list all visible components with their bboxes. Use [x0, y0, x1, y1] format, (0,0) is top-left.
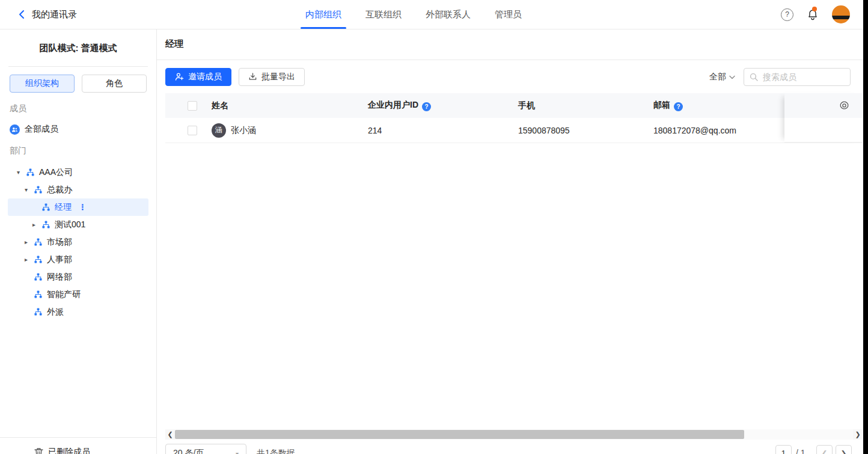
toolbar: 邀请成员 批量导出 全部 [157, 60, 868, 93]
email-help-icon[interactable]: ? [674, 102, 683, 111]
department-section-label: 部门 [10, 146, 156, 156]
sidebar: 团队模式: 普通模式 组织架构角色 成员 全部成员 部门 ▾AAA公司▾总裁办经… [0, 29, 157, 454]
row-name-cell: 涵 张小涵 [212, 123, 368, 138]
next-page-button[interactable]: ❯ [836, 445, 852, 454]
tree-item-4[interactable]: ▸市场部 [8, 233, 148, 251]
user-avatar[interactable] [832, 5, 850, 23]
scrollbar-thumb[interactable] [175, 430, 744, 439]
header-checkbox-cell [165, 101, 212, 111]
horizontal-scrollbar: ❮ ❯ [165, 429, 863, 440]
topbar-tab-3[interactable]: 管理员 [483, 0, 534, 29]
all-members-label: 全部成员 [25, 124, 58, 135]
scroll-right-arrow[interactable]: ❯ [853, 429, 863, 440]
topbar-tab-1[interactable]: 互联组织 [353, 0, 414, 29]
tree-item-6[interactable]: 网络部 [8, 268, 148, 286]
members-section-label: 成员 [10, 103, 156, 114]
total-count-label: 共1条数据 [257, 448, 295, 454]
member-avatar: 涵 [212, 123, 226, 138]
filter-dropdown[interactable]: 全部 [709, 68, 735, 86]
table-fixed-action-column [784, 93, 863, 143]
batch-export-label: 批量导出 [261, 72, 295, 82]
scroll-left-arrow[interactable]: ❮ [165, 429, 175, 440]
department-title: 经理 [165, 38, 183, 50]
tab-label: 内部组织 [305, 9, 341, 20]
tree-item-5[interactable]: ▸人事部 [8, 251, 148, 268]
invite-member-label: 邀请成员 [188, 72, 222, 82]
column-settings-gear-icon[interactable] [839, 100, 849, 111]
tree-expand-arrow-icon[interactable]: ▸ [25, 239, 34, 245]
chevron-down-icon [729, 75, 735, 79]
pagination-bar: 20 条/页 ▾ 共1条数据 1 / 1 ❮ ❯ [157, 444, 868, 454]
org-chart-icon [34, 290, 43, 299]
batch-export-button[interactable]: 批量导出 [239, 68, 305, 86]
user-id-help-icon[interactable]: ? [422, 102, 431, 111]
deleted-members-button[interactable]: 已删除成员 [34, 447, 90, 454]
tree-expand-arrow-icon[interactable]: ▸ [32, 221, 42, 228]
tree-item-label: 智能产研 [47, 289, 81, 300]
column-settings-cell [784, 93, 863, 118]
table-header-row: 姓名 企业内用户ID? 手机 邮箱? [165, 93, 863, 118]
page-size-select[interactable]: 20 条/页 ▾ [165, 444, 246, 454]
topbar-tab-2[interactable]: 外部联系人 [414, 0, 483, 29]
tree-item-0[interactable]: ▾AAA公司 [8, 164, 148, 181]
chevron-down-icon: ▾ [236, 450, 239, 454]
select-all-checkbox[interactable] [188, 101, 197, 111]
tab-label: 外部联系人 [426, 9, 471, 20]
more-options-icon[interactable]: ⋮ [79, 203, 87, 212]
org-chart-icon [42, 203, 50, 212]
tree-expand-arrow-icon[interactable]: ▾ [25, 186, 34, 193]
deleted-members-label: 已删除成员 [48, 447, 90, 454]
sidebar-bottom-divider [0, 437, 156, 438]
tree-expand-arrow-icon[interactable]: ▾ [17, 169, 26, 176]
current-page-input[interactable]: 1 [775, 445, 792, 454]
org-chart-icon [34, 256, 43, 264]
tree-item-label: 网络部 [47, 272, 72, 283]
tab-label: 管理员 [495, 9, 522, 20]
member-name: 张小涵 [231, 125, 256, 136]
tree-item-2[interactable]: 经理⋮ [8, 198, 148, 216]
invite-member-button[interactable]: 邀请成员 [165, 68, 231, 86]
tree-item-label: 测试001 [55, 219, 85, 230]
main-content: 经理 邀请成员 批量导出 全部 [157, 29, 868, 454]
trash-icon [34, 447, 43, 454]
prev-page-button[interactable]: ❮ [816, 445, 833, 454]
tree-item-8[interactable]: 外派 [8, 303, 148, 321]
org-chart-icon [26, 168, 35, 177]
org-chart-icon [34, 308, 43, 316]
sidebar-item-all-members[interactable]: 全部成员 [10, 124, 156, 135]
search-input[interactable] [762, 72, 845, 82]
back-button[interactable]: 我的通讯录 [18, 0, 77, 29]
filter-dropdown-value: 全部 [709, 72, 726, 82]
page-title: 我的通讯录 [32, 9, 77, 20]
back-chevron-icon [18, 10, 25, 19]
table-row[interactable]: 涵 张小涵 214 15900878095 1808172078@qq.com [165, 118, 863, 143]
view-button-0[interactable]: 组织架构 [10, 75, 75, 93]
tree-item-1[interactable]: ▾总裁办 [8, 181, 148, 198]
row-checkbox-cell [165, 126, 212, 135]
row-user-id: 214 [368, 126, 518, 135]
row-checkbox[interactable] [188, 126, 197, 135]
tree-item-3[interactable]: ▸测试001 [8, 216, 148, 233]
tree-item-label: 人事部 [47, 254, 72, 265]
all-members-icon [10, 124, 20, 135]
notification-dot [812, 7, 817, 11]
tree-item-7[interactable]: 智能产研 [8, 286, 148, 303]
team-mode-label: 团队模式: 普通模式 [0, 43, 156, 54]
topbar-actions: ? [781, 0, 850, 29]
tree-item-label: AAA公司 [39, 167, 73, 178]
scrollbar-track[interactable] [175, 429, 853, 440]
tree-item-label: 市场部 [47, 237, 72, 248]
tree-expand-arrow-icon[interactable]: ▸ [25, 256, 34, 263]
view-button-1[interactable]: 角色 [82, 75, 147, 93]
download-icon [248, 72, 257, 81]
tree-item-label: 总裁办 [47, 185, 72, 195]
sidebar-divider [8, 66, 148, 67]
topbar-tab-0[interactable]: 内部组织 [293, 0, 353, 29]
tree-item-label: 经理 [55, 202, 72, 213]
org-chart-icon [42, 221, 50, 229]
notification-bell-icon[interactable] [807, 8, 819, 21]
header-user-id: 企业内用户ID? [368, 100, 518, 111]
help-icon[interactable]: ? [781, 8, 793, 21]
row-phone: 15900878095 [518, 126, 653, 135]
header-name: 姓名 [212, 100, 368, 111]
